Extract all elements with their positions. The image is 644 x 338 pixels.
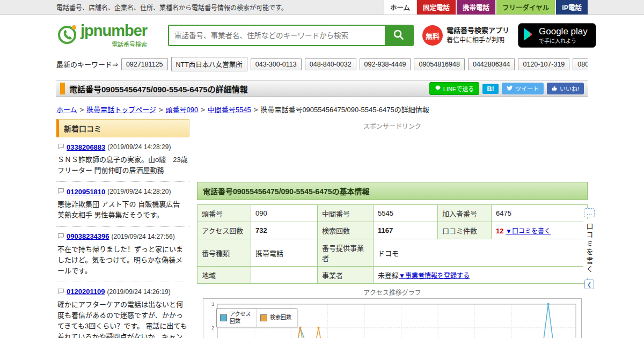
logo-text: jpnumber (80, 23, 147, 39)
collapse-arrow-icon[interactable]: ❮ (584, 280, 594, 289)
google-play-badge[interactable]: Google play で手に入れよう (518, 23, 596, 48)
keyword-link[interactable]: 092-938-4449 (360, 58, 411, 70)
number-type-label: 番号種類 (197, 239, 251, 267)
search-input[interactable] (169, 26, 385, 45)
access-count-label: アクセス回数 (197, 222, 251, 239)
list-item: 0120201109 (2019/09/24 14:26:19) 確かにアフター… (56, 282, 189, 338)
basic-info-table: 頭番号 090 中間番号 5545 加入者番号 6475 アクセス回数 732 … (197, 204, 588, 284)
write-review-link[interactable]: ▼口コミを書く (506, 227, 551, 235)
breadcrumb-home[interactable]: ホーム (56, 106, 77, 114)
middle-value: 5545 (374, 205, 438, 222)
provider-label: 番号提供事業者 (318, 239, 374, 267)
keyword-link[interactable]: 0120-107-319 (518, 58, 569, 70)
business-cell: 未登録▼事業者情報を登録する (374, 267, 588, 284)
topbar: 電話番号、店舗名、企業名、住所、業種名から電話番号情報の検索が可能です。 ホーム… (0, 0, 644, 15)
breadcrumb: ホーム>携帯電話トップページ>頭番号090>中間番号5545>携帯電話番号090… (56, 97, 588, 119)
prefix-label: 頭番号 (197, 205, 251, 222)
facebook-like-button[interactable]: いいね! (547, 83, 584, 94)
app-promo: 無料 電話番号検索アプリ 着信中に相手が判明 (422, 25, 509, 46)
subscriber-label: 加入者番号 (438, 205, 492, 222)
breadcrumb-middle[interactable]: 中間番号5545 (208, 106, 251, 114)
business-label: 事業者 (318, 267, 374, 284)
search-button[interactable] (385, 26, 413, 45)
site-logo[interactable]: jpnumber 電話番号検索 (56, 23, 159, 48)
comment-datetime: (2019/09/24 14:26:19) (107, 288, 171, 296)
logo-subtitle: 電話番号検索 (80, 40, 147, 48)
site-description: 電話番号、店舗名、企業名、住所、業種名から電話番号情報の検索が可能です。 (56, 3, 288, 12)
review-count-label: 口コミ件数 (438, 222, 492, 239)
list-item: 09038234396 (2019/09/24 14:27:56) 不在で持ち帰… (56, 227, 189, 282)
comment-text: 不在で持ち帰りました！ずっと家にいましたけど。気をつけて。明らかな偽装メールです… (57, 244, 188, 276)
table-row: 番号種類 携帯電話 番号提供事業者 ドコモ (197, 239, 588, 267)
main-content: スポンサードリンク 電話番号09055456475/090-5545-6475の… (197, 119, 588, 338)
breadcrumb-current: 携帯電話番号09055456475/090-5545-6475の詳細情報 (260, 106, 429, 114)
comment-phone-link[interactable]: 09038234396 (67, 232, 109, 240)
app-promo-subtitle: 着信中に相手が判明 (447, 36, 509, 45)
comment-text: ＳＮＳ詐欺師の息子の実家。山o駿 23歳 フリーター 門前仲町の居酒屋勤務 (57, 155, 188, 176)
write-review-tab[interactable]: 口コミを書く (583, 219, 596, 278)
nav-fixed-phone[interactable]: 固定電話 (417, 0, 456, 14)
region-value (251, 267, 318, 284)
sidebar-title: 新着口コミ (56, 119, 189, 137)
legend-item-search: 検索回数 (257, 309, 297, 327)
tweet-button[interactable]: ツイート (502, 83, 544, 94)
register-business-link[interactable]: ▼事業者情報を登録する (399, 272, 470, 280)
review-count-value: 12 (496, 227, 503, 235)
ellipsis-icon[interactable]: … (584, 208, 595, 217)
comment-icon (57, 142, 64, 152)
subscriber-value: 6475 (492, 205, 588, 222)
chart-legend: アクセス回数 検索回数 (216, 308, 297, 327)
list-item: 0120951810 (2019/09/24 14:28:20) 悪徳詐欺集団 … (56, 182, 189, 226)
keyword-link[interactable]: 048-840-0032 (305, 58, 356, 70)
access-count-value: 732 (251, 222, 318, 239)
nav-ip-phone[interactable]: IP電話 (556, 0, 588, 14)
table-row: アクセス回数 732 検索回数 1167 口コミ件数 12 ▼口コミを書く (197, 222, 588, 239)
app-promo-title: 電話番号検索アプリ (447, 26, 509, 36)
number-type-value: 携帯電話 (251, 239, 318, 267)
comment-icon (57, 287, 64, 297)
breadcrumb-mobile-top[interactable]: 携帯電話トップページ (86, 106, 156, 114)
nav-toll-free[interactable]: フリーダイヤル (496, 0, 555, 14)
prefix-value: 090 (251, 205, 318, 222)
comment-icon (57, 232, 64, 241)
region-label: 地域 (197, 267, 251, 284)
sponsored-link-label: スポンサードリンク (197, 119, 588, 182)
nav-mobile-phone[interactable]: 携帯電話 (457, 0, 495, 14)
keyword-link[interactable]: 08054258600 (573, 58, 588, 70)
latest-keywords-bar: 最新のキーワード⇒ 0927181125 NTT西日本八女営業所 043-300… (56, 55, 588, 77)
chart-title: アクセス推移グラフ (197, 284, 588, 298)
thumbs-up-icon (552, 85, 558, 92)
search-count-value: 1167 (374, 222, 438, 239)
comment-text: 確かにアフターケアの電話は出ないと何度も着信があるので迷惑ですが、かかってきても… (57, 299, 188, 338)
review-count-cell: 12 ▼口コミを書く (492, 222, 588, 239)
keyword-link[interactable]: NTT西日本八女営業所 (171, 57, 247, 71)
comment-phone-link[interactable]: 0120951810 (67, 188, 105, 196)
comment-icon (57, 187, 64, 196)
search-box (168, 25, 414, 46)
line-icon (435, 85, 441, 92)
keyword-link[interactable]: 0927181125 (121, 58, 168, 70)
hatena-bookmark-button[interactable]: B! (482, 84, 499, 94)
search-count-label: 検索回数 (318, 222, 374, 239)
search-series-swatch (260, 314, 267, 321)
legend-item-access: アクセス回数 (217, 309, 257, 327)
comment-phone-link[interactable]: 0338206883 (67, 143, 105, 151)
google-play-text: Google play (539, 26, 588, 37)
keyword-link[interactable]: 043-300-0113 (251, 58, 302, 70)
keyword-link[interactable]: 0442806344 (468, 58, 515, 70)
search-icon (392, 28, 405, 43)
provider-value: ドコモ (374, 239, 588, 267)
comment-datetime: (2019/09/24 14:28:20) (107, 188, 171, 195)
title-accent-block (60, 83, 65, 94)
comment-datetime: (2019/09/24 14:28:29) (107, 143, 171, 151)
sidebar-new-reviews: 新着口コミ 0338206883 (2019/09/24 14:28:29) Ｓ… (56, 119, 189, 338)
keywords-label: 最新のキーワード⇒ (56, 59, 118, 69)
access-series-swatch (220, 314, 227, 321)
comment-phone-link[interactable]: 0120201109 (67, 288, 105, 296)
breadcrumb-prefix[interactable]: 頭番号090 (166, 106, 199, 114)
keyword-link[interactable]: 09054816948 (414, 58, 464, 70)
line-share-button[interactable]: LINEで送る (429, 82, 479, 95)
twitter-bird-icon (507, 85, 513, 92)
nav-home[interactable]: ホーム (384, 0, 416, 14)
free-badge: 無料 (422, 25, 443, 46)
